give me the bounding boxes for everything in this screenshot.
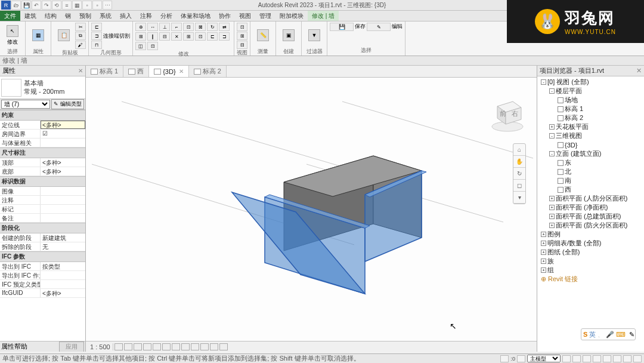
- menu-tab-annotate[interactable]: 注释: [136, 11, 156, 21]
- tree-node[interactable]: +面积平面 (人防分区面积): [538, 194, 643, 203]
- ribbon-view-1[interactable]: ⊡: [237, 23, 247, 31]
- ribbon-edit-sel[interactable]: ✎: [367, 23, 391, 31]
- nav-pan-icon[interactable]: ✋: [513, 156, 525, 168]
- props-row[interactable]: 导出到 IFC 作为: [0, 271, 85, 280]
- ribbon-paste-button[interactable]: 📋: [54, 23, 74, 48]
- vc-temp-icon[interactable]: [191, 343, 199, 350]
- tree-node[interactable]: -立面 (建筑立面): [538, 149, 643, 158]
- tree-node[interactable]: {3D}: [538, 140, 643, 149]
- vc-cropvis-icon[interactable]: [172, 343, 180, 350]
- status-icon-8[interactable]: [613, 355, 621, 362]
- vc-detail-icon[interactable]: [114, 343, 123, 350]
- props-row[interactable]: 图像: [0, 187, 85, 196]
- qat-more[interactable]: ⋯: [103, 1, 112, 10]
- ribbon-measure-button[interactable]: 📏: [253, 23, 273, 48]
- vc-sun-icon[interactable]: [134, 343, 142, 350]
- tree-node[interactable]: 东: [538, 158, 643, 167]
- tree-toggle-icon[interactable]: +: [541, 267, 546, 273]
- tree-toggle-icon[interactable]: -: [549, 151, 555, 156]
- tree-toggle-icon[interactable]: +: [541, 232, 546, 237]
- ribbon-mod-3[interactable]: ⊥: [159, 23, 170, 31]
- tree-checkbox[interactable]: [558, 187, 564, 193]
- tree-checkbox[interactable]: [558, 106, 564, 112]
- qat-undo[interactable]: ↶: [32, 1, 41, 10]
- status-icon-1[interactable]: [500, 355, 509, 362]
- ribbon-match[interactable]: 🖌: [75, 41, 86, 49]
- tree-node[interactable]: +组: [538, 266, 643, 275]
- props-row[interactable]: 备注: [0, 214, 85, 223]
- qat-section[interactable]: ▦: [72, 1, 82, 10]
- tree-checkbox[interactable]: [558, 178, 564, 184]
- tree-node[interactable]: +面积平面 (净面积): [538, 203, 643, 212]
- ribbon-mod-7[interactable]: ↻: [207, 23, 218, 31]
- ribbon-cut[interactable]: ✂: [75, 23, 86, 31]
- tree-node[interactable]: 西: [538, 185, 643, 194]
- status-icon-9[interactable]: [623, 355, 631, 362]
- tree-node[interactable]: -三维视图: [538, 131, 643, 140]
- ribbon-save-sel[interactable]: 💾: [330, 23, 354, 31]
- properties-close-icon[interactable]: ✕: [78, 67, 83, 74]
- menu-tab-analyze[interactable]: 分析: [156, 11, 177, 21]
- tree-checkbox[interactable]: [558, 142, 564, 148]
- status-icon-5[interactable]: [583, 355, 591, 362]
- properties-grid[interactable]: 约束定位线<多种>房间边界☑与体量相关尺寸标注顶部<多种>底部<多种>标识数据图…: [0, 110, 85, 341]
- menu-tab-insert[interactable]: 插入: [116, 11, 136, 21]
- nav-orbit-icon[interactable]: ↻: [513, 168, 525, 180]
- ribbon-mod-11[interactable]: ⊟: [159, 32, 170, 41]
- tree-toggle-icon[interactable]: +: [549, 124, 555, 130]
- ribbon-mod-2[interactable]: ↔: [147, 23, 158, 31]
- viewport-3d[interactable]: ↖ 前 右 ⌂ ✋ ↻ ◻ ▾ 1 : 500: [86, 78, 537, 352]
- ribbon-modify-button[interactable]: ↖修改: [2, 23, 23, 48]
- ribbon-mod-16[interactable]: ⊐: [219, 32, 230, 41]
- ribbon-mod-6[interactable]: ⊠: [195, 23, 206, 31]
- qat-thinline[interactable]: ▫: [82, 1, 92, 10]
- status-icon-7[interactable]: [603, 355, 611, 362]
- project-browser-tree[interactable]: -[0] 视图 (全部)-楼层平面场地标高 1标高 2+天花板平面-三维视图{3…: [537, 76, 644, 352]
- tree-toggle-icon[interactable]: +: [549, 214, 555, 219]
- view-tab[interactable]: 标高 1: [86, 66, 123, 77]
- edit-type-button[interactable]: ✎ 编辑类型: [51, 99, 84, 109]
- props-row[interactable]: IfcGUID<多种>: [0, 289, 85, 298]
- vc-constraint-icon[interactable]: [219, 343, 228, 350]
- vc-analytic-icon[interactable]: [210, 343, 218, 350]
- view-tab-close-icon[interactable]: ✕: [179, 68, 184, 75]
- tree-toggle-icon[interactable]: -: [541, 79, 546, 85]
- tree-node[interactable]: +天花板平面: [538, 122, 643, 131]
- ribbon-mod-4[interactable]: ⌐: [171, 23, 182, 31]
- props-row[interactable]: 创建的阶段新建建筑: [0, 233, 85, 242]
- tree-toggle-icon[interactable]: +: [541, 250, 546, 255]
- props-row[interactable]: 定位线<多种>: [0, 121, 85, 130]
- tree-checkbox[interactable]: [558, 169, 564, 175]
- menu-tab-modify-wall[interactable]: 修改 | 墙: [308, 11, 339, 21]
- ribbon-mod-13[interactable]: ⊞: [183, 32, 194, 41]
- ribbon-mod-1[interactable]: ⊕: [135, 23, 146, 31]
- tree-node[interactable]: +面积平面 (防火分区面积): [538, 221, 643, 230]
- tree-checkbox[interactable]: [558, 97, 564, 103]
- qat-close[interactable]: ▫: [92, 1, 102, 10]
- type-selector[interactable]: 基本墙 常规 - 200mm: [0, 76, 85, 99]
- status-icon-4[interactable]: [572, 355, 581, 362]
- view-cube[interactable]: 前 右: [489, 96, 526, 133]
- menu-tab-collab[interactable]: 协作: [215, 11, 235, 21]
- tree-node[interactable]: 标高 1: [538, 104, 643, 113]
- tree-checkbox[interactable]: [558, 115, 564, 121]
- tree-toggle-icon[interactable]: +: [549, 223, 555, 228]
- ribbon-view-3[interactable]: ⊟: [237, 41, 247, 49]
- vc-style-icon[interactable]: [124, 343, 132, 350]
- menu-tab-steel[interactable]: 钢: [61, 11, 75, 21]
- tree-node[interactable]: 南: [538, 176, 643, 185]
- ime-lang-toggle[interactable]: 英: [589, 330, 596, 339]
- qat-sync[interactable]: ⟲: [52, 1, 61, 10]
- view-scale[interactable]: 1 : 500: [88, 343, 113, 350]
- props-section-head[interactable]: 标识数据: [0, 176, 85, 187]
- tree-toggle-icon[interactable]: -: [549, 133, 555, 139]
- apply-button[interactable]: 应用: [59, 342, 84, 352]
- app-menu-button[interactable]: R: [1, 1, 11, 10]
- view-tab[interactable]: 标高 2: [189, 66, 227, 77]
- props-row[interactable]: 注释: [0, 196, 85, 205]
- ribbon-mod-14[interactable]: ⊡: [195, 32, 206, 41]
- menu-tab-systems[interactable]: 系统: [95, 11, 116, 21]
- props-row[interactable]: IFC 预定义类型: [0, 280, 85, 289]
- props-section-head[interactable]: 尺寸标注: [0, 147, 85, 158]
- menu-tab-addins[interactable]: 附加模块: [275, 11, 308, 21]
